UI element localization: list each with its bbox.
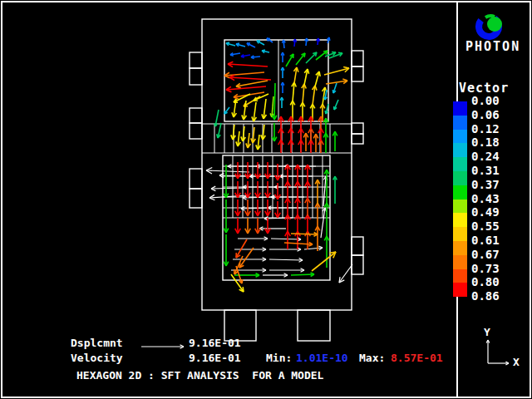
- max-value: 8.57E-01: [391, 352, 443, 364]
- legend-swatch: [453, 157, 467, 171]
- legend-value: 0.67: [471, 249, 500, 261]
- legend-swatch: [453, 255, 467, 269]
- legend-value: 0.06: [471, 109, 500, 121]
- legend-value: 0.31: [471, 165, 500, 177]
- legend-swatch: [453, 200, 467, 214]
- max-label: Max:: [359, 352, 385, 364]
- legend-value: 0.24: [471, 150, 500, 163]
- legend-value: 0.37: [471, 179, 500, 191]
- min-label: Min:: [266, 352, 292, 364]
- min-value: 1.01E-10: [296, 352, 348, 364]
- legend-value: 0.86: [471, 290, 500, 303]
- model-title: HEXAGON 2D : SFT ANALYSIS FOR A MODEL: [76, 370, 323, 382]
- y-axis-label: Y: [484, 327, 490, 338]
- velocity-label: Velocity: [71, 352, 123, 364]
- legend-value: 0.49: [471, 206, 500, 219]
- legend-swatch: [453, 171, 467, 185]
- legend-value: 0.61: [471, 234, 500, 247]
- legend-value: 0.18: [471, 136, 500, 149]
- legend-swatch: [453, 116, 467, 130]
- legend-swatch: [453, 269, 467, 283]
- legend-swatch: [453, 130, 467, 144]
- legend-swatch: [453, 213, 467, 227]
- legend-value: 0.43: [471, 193, 500, 205]
- legend-swatch: [453, 143, 467, 157]
- x-axis-label: X: [513, 357, 520, 368]
- legend-swatch: [453, 283, 467, 297]
- legend-value: 0.00: [471, 95, 500, 107]
- legend-value: 0.12: [471, 123, 500, 135]
- legend-swatch: [453, 227, 467, 241]
- displacement-label: Dsplcmnt: [71, 337, 123, 349]
- legend-value: 0.80: [471, 276, 500, 288]
- legend-value: 0.55: [471, 220, 500, 233]
- displacement-value: 9.16E-01: [189, 337, 241, 349]
- photon-app-window: PHOTON Vector 0.000.060.120.180.240.310.…: [0, 0, 532, 399]
- legend-swatch: [453, 241, 467, 255]
- velocity-value: 9.16E-01: [189, 352, 241, 364]
- legend-title: Vector: [459, 81, 509, 95]
- app-title: PHOTON: [466, 40, 520, 53]
- legend-swatch: [453, 185, 467, 200]
- legend-value: 0.73: [471, 263, 500, 275]
- legend-swatch: [453, 101, 467, 116]
